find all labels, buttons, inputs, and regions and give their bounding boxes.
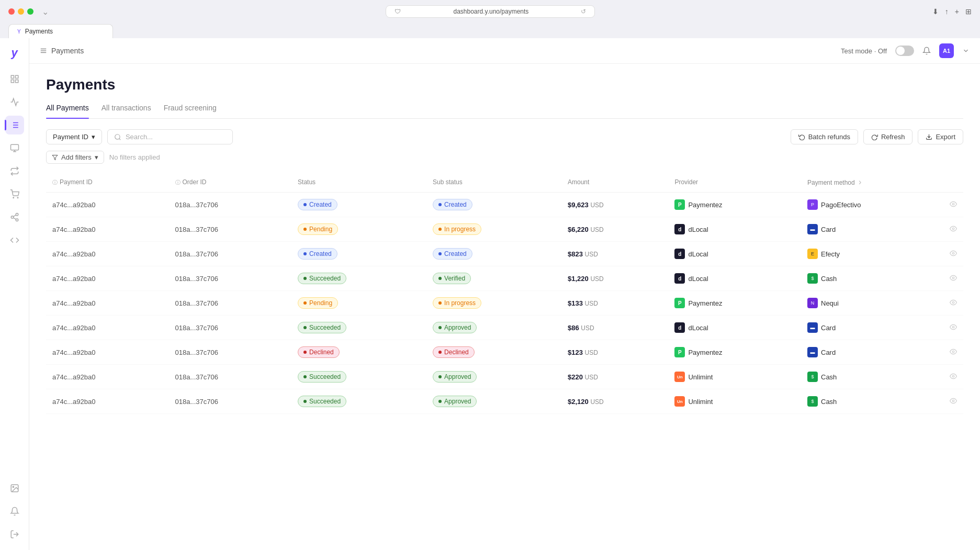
search-box[interactable]: Search... [107,129,233,144]
toolbar-left: Payment ID ▾ Search... [46,129,233,144]
provider-name: dLocal [688,226,708,233]
close-button[interactable] [8,8,15,15]
table-row[interactable]: a74c...a92ba0 018a...37c706 Declined Dec… [46,340,963,365]
download-icon[interactable]: ⬇ [932,7,939,16]
table-row[interactable]: a74c...a92ba0 018a...37c706 Succeeded Ve… [46,266,963,291]
sidebar: y [0,38,29,550]
user-avatar[interactable]: A1 [939,43,954,58]
refresh-icon [871,133,878,140]
table-row[interactable]: a74c...a92ba0 018a...37c706 Succeeded Ap… [46,389,963,414]
sub-status-dot [438,203,442,206]
status-dot [303,375,307,378]
sidebar-item-logout[interactable] [5,525,24,544]
table-row[interactable]: a74c...a92ba0 018a...37c706 Succeeded Ap… [46,316,963,340]
view-icon[interactable] [950,299,957,308]
sidebar-item-payments[interactable] [5,116,24,134]
view-icon[interactable] [950,274,957,283]
sidebar-item-exchange[interactable] [5,162,24,181]
sub-status-badge: Approved [433,322,477,333]
browser-titlebar: ⌄ 🛡 dashboard.y.uno/payments ↺ ⬇ ↑ + ⊞ [8,5,972,18]
address-bar[interactable]: 🛡 dashboard.y.uno/payments ↺ [386,5,595,18]
search-icon [114,133,121,141]
sidebar-item-grid[interactable] [5,139,24,158]
export-button[interactable]: Export [918,129,963,144]
view-icon[interactable] [950,397,957,406]
sidebar-item-bell[interactable] [5,502,24,521]
notification-bell-icon[interactable] [922,47,931,55]
cell-provider: PPaymentez [668,340,801,365]
status-badge: Declined [298,346,340,358]
sidebar-logo: y [6,44,23,61]
sub-status-badge: Approved [433,371,477,383]
sub-status-badge: In progress [433,297,481,309]
sidebar-item-image[interactable] [5,479,24,498]
payment-id-dropdown[interactable]: Payment ID ▾ [46,129,102,144]
tab-all-payments[interactable]: All Payments [46,104,89,118]
cell-sub-status: Approved [426,389,561,414]
view-icon[interactable] [950,225,957,234]
table-row[interactable]: a74c...a92ba0 018a...37c706 Pending In p… [46,217,963,242]
active-browser-tab[interactable]: Y Payments [8,24,113,38]
tab-fraud-screening[interactable]: Fraud screening [164,104,217,118]
cell-amount: $9,623 USD [561,193,668,217]
cell-sub-status: Verified [426,266,561,291]
add-filters-button[interactable]: Add filters ▾ [46,151,104,164]
traffic-lights [8,8,33,15]
view-icon[interactable] [950,323,957,332]
table-header: ⓘPayment ID ⓘOrder ID Status Sub status [46,172,963,193]
url-text: dashboard.y.uno/payments [405,8,577,15]
status-dot [303,400,307,403]
cell-amount: $220 USD [561,365,668,389]
tab-all-transactions[interactable]: All transactions [102,104,151,118]
hamburger-icon[interactable] [40,47,47,54]
minimize-button[interactable] [18,8,24,15]
table-row[interactable]: a74c...a92ba0 018a...37c706 Created Crea… [46,242,963,266]
sidebar-item-analytics[interactable] [5,93,24,111]
sidebar-item-dashboard[interactable] [5,70,24,88]
refresh-button[interactable]: Refresh [863,129,913,144]
fullscreen-button[interactable] [27,8,33,15]
table-row[interactable]: a74c...a92ba0 018a...37c706 Created Crea… [46,193,963,217]
nequi-icon: N [807,298,818,308]
share-icon[interactable]: ↑ [945,7,949,16]
view-icon[interactable] [950,373,957,381]
status-dot [303,301,307,305]
status-badge: Pending [298,223,338,235]
cell-amount: $2,120 USD [561,389,668,414]
filter-icon [52,154,58,161]
filters-row: Add filters ▾ No filters applied [46,151,963,164]
table-row[interactable]: a74c...a92ba0 018a...37c706 Pending In p… [46,291,963,316]
cell-sub-status: In progress [426,217,561,242]
sidebar-item-share[interactable] [5,208,24,227]
cell-order-id: 018a...37c706 [169,217,292,242]
cell-provider: UnUnlimint [668,365,801,389]
pm-name: Card [821,349,836,356]
table-body: a74c...a92ba0 018a...37c706 Created Crea… [46,193,963,414]
dropdown-chevron-icon: ▾ [92,133,95,141]
paymentez-icon: P [674,347,685,357]
sidebar-item-code[interactable] [5,231,24,250]
cell-amount: $86 USD [561,316,668,340]
view-icon[interactable] [950,348,957,357]
nav-chevron-icon[interactable]: ⌄ [42,7,49,17]
col-sort-icon[interactable]: › [859,177,861,186]
test-mode-toggle[interactable] [895,46,914,56]
cell-status: Created [291,193,426,217]
view-icon[interactable] [950,200,957,209]
col-header-payment-id: ⓘPayment ID [46,172,169,193]
avatar-chevron-icon[interactable] [962,47,970,54]
page-title: Payments [46,76,963,93]
status-badge: Created [298,199,337,210]
view-icon[interactable] [950,250,957,259]
cell-status: Pending [291,291,426,316]
card-icon: ▬ [807,322,818,333]
status-dot [303,326,307,329]
status-dot [303,277,307,280]
reload-icon[interactable]: ↺ [581,8,586,15]
sub-status-dot [438,252,442,255]
batch-refunds-button[interactable]: Batch refunds [791,129,858,144]
sidebar-item-cart[interactable] [5,185,24,204]
grid-icon[interactable]: ⊞ [965,7,972,16]
add-tab-icon[interactable]: + [955,7,959,16]
table-row[interactable]: a74c...a92ba0 018a...37c706 Succeeded Ap… [46,365,963,389]
